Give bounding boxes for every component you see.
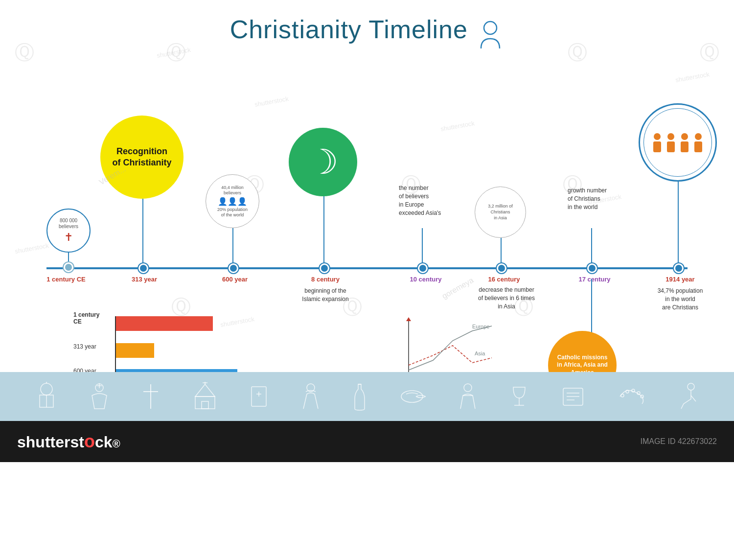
node7-above-text: growth numberof Christiansin the world (568, 187, 646, 211)
bar-label-2: 313 year (73, 343, 96, 350)
node5-above-text: the numberof believersin Europeexceeded … (399, 184, 477, 217)
node8-connector (678, 182, 679, 268)
node2-yellow-bubble: Recognitionof Christianity (100, 116, 184, 199)
bread-icon (399, 387, 426, 406)
svg-point-42 (621, 394, 624, 397)
footer-cross-icon (141, 382, 161, 411)
node3-circle: 40,4 millionbelievers 👤👤👤 20% population… (206, 174, 259, 228)
nun-icon (301, 382, 321, 411)
people-group-icon (651, 132, 705, 154)
watermark-q3: Ⓠ (568, 39, 587, 66)
title-area: Christianity Timeline (0, 0, 734, 52)
svg-point-47 (688, 383, 694, 390)
watermark-5: shutterstock (440, 119, 475, 133)
watermark-q2: Ⓠ (166, 39, 186, 66)
watermark-4: shutterstock (254, 95, 289, 108)
watermark-q4: Ⓠ (700, 39, 719, 66)
kneeling-person-icon (676, 382, 698, 411)
node6-circle: 3,2 million ofChristiansin Asia (475, 187, 526, 238)
svg-rect-8 (694, 141, 702, 152)
node7-dot (587, 263, 597, 273)
node7-connector-down (591, 279, 592, 333)
chalice-icon (509, 383, 529, 410)
svg-point-3 (667, 133, 674, 140)
page-title: Christianity Timeline (230, 15, 468, 44)
monk-icon (458, 382, 478, 411)
svg-point-0 (484, 22, 497, 34)
image-id: IMAGE ID 422673022 (640, 437, 717, 446)
node5-connector (422, 228, 423, 268)
node8-inner-circle (643, 108, 712, 177)
svg-text:Asia: Asia (475, 350, 485, 356)
node6-year: 16 century (482, 276, 526, 283)
node8-below-text: 34,7% populationin the worldare Christia… (646, 287, 714, 311)
node2-dot (138, 263, 148, 273)
svg-point-15 (41, 383, 52, 395)
shutterstock-bar: shutterstock® IMAGE ID 422673022 (0, 421, 734, 462)
node1-dot (64, 262, 73, 272)
node8-circle (639, 103, 717, 182)
people-icons: 👤👤👤 (218, 197, 247, 206)
node3-dot (229, 263, 238, 273)
svg-rect-2 (653, 141, 661, 152)
node5-dot (418, 263, 428, 273)
rosary-icon (618, 387, 644, 406)
svg-rect-6 (681, 141, 688, 152)
node1-above-circle: 800 000believers ✝ (46, 209, 91, 253)
scroll-icon (561, 386, 585, 408)
node4-dot (320, 263, 329, 273)
crescent-icon: ☽ (308, 142, 339, 182)
node4-connector (323, 196, 324, 268)
shutterstock-logo: shutterstock® (17, 431, 120, 452)
node6-below-text: decrease the numberof believers in 6 tim… (467, 286, 546, 310)
bible-icon (249, 384, 269, 409)
cross-icon: ✝ (64, 231, 73, 244)
svg-marker-25 (195, 384, 215, 397)
watermark-q1: Ⓠ (15, 39, 34, 66)
node8-dot (674, 263, 684, 273)
node3-year: 600 year (215, 276, 254, 283)
watermark-7: shutterstock (675, 70, 710, 84)
node4-green-bubble: ☽ (289, 128, 357, 196)
node8-year: 1914 year (658, 276, 702, 283)
node3-believers: 40,4 millionbelievers (221, 185, 244, 196)
node4-year: 8 century (306, 276, 345, 283)
node6-dot (497, 263, 506, 273)
main-content: Christianity Timeline Verem... goremeya … (0, 0, 734, 372)
svg-rect-24 (195, 397, 215, 409)
bar-label-1: 1 centuryCE (73, 311, 99, 325)
node1-year: 1 century CE (37, 276, 95, 283)
node2-text: Recognitionof Christianity (107, 141, 176, 174)
node2-year: 313 year (125, 276, 164, 283)
footer-icons-bar (0, 372, 734, 421)
svg-marker-12 (406, 317, 411, 321)
bar-2 (115, 343, 154, 358)
node7-connector (591, 228, 592, 268)
bottle-icon (352, 382, 367, 411)
svg-rect-4 (667, 141, 675, 152)
node3-connector (232, 228, 233, 268)
node1-believers: 800 000believers (59, 218, 78, 230)
node5-year: 10 century (404, 276, 448, 283)
svg-text:Europe: Europe (472, 324, 489, 329)
svg-point-7 (695, 133, 702, 140)
watermark-9: shutterstock (14, 242, 49, 255)
bishop-icon (90, 382, 109, 411)
cathedral-icon (193, 382, 217, 411)
church-dome-icon (36, 382, 58, 411)
node2-connector (142, 199, 143, 269)
svg-point-34 (401, 391, 423, 402)
node7-year: 17 century (573, 276, 617, 283)
node4-below-text: beginning of theIslamic expansion (286, 287, 365, 303)
node6-text: 3,2 million ofChristiansin Asia (488, 204, 513, 221)
node3-population: 20% populationof the world (217, 207, 248, 218)
svg-point-5 (681, 133, 688, 140)
svg-rect-28 (202, 401, 208, 409)
person-icon (477, 20, 504, 52)
svg-point-1 (654, 133, 661, 140)
svg-point-35 (464, 384, 472, 392)
bar-1 (115, 316, 213, 331)
